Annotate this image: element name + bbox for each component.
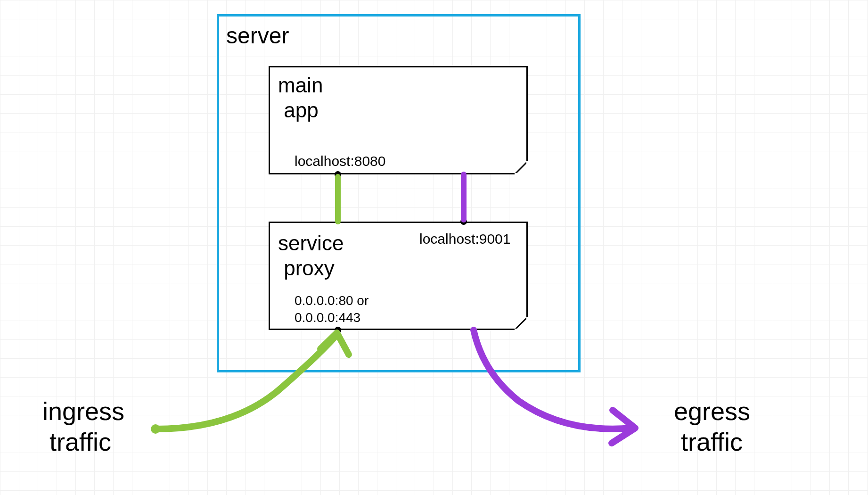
ingress-line1: ingress	[42, 397, 124, 425]
proxy-title-line2: proxy	[284, 256, 335, 280]
main-app-title-line1: main	[278, 74, 323, 97]
egress-label: egress traffic	[674, 396, 750, 457]
main-app-title-line2: app	[284, 99, 318, 122]
egress-line1: egress	[674, 397, 750, 425]
ingress-label: ingress traffic	[42, 396, 124, 457]
proxy-fold-icon	[515, 317, 529, 331]
egress-line2: traffic	[681, 428, 743, 456]
server-label: server	[226, 23, 289, 49]
proxy-inbound-port: localhost:9001	[419, 231, 510, 247]
proxy-title-line1: service	[278, 231, 344, 255]
proxy-port-line1: 0.0.0.0:80 or	[295, 293, 368, 308]
main-app-fold-icon	[515, 161, 529, 175]
proxy-port-line2: 0.0.0.0:443	[295, 310, 360, 325]
main-app-title: main app	[278, 73, 323, 123]
ingress-line2: traffic	[49, 428, 111, 456]
main-app-port: localhost:8080	[295, 153, 385, 169]
proxy-title: service proxy	[278, 231, 344, 281]
proxy-external-port: 0.0.0.0:80 or 0.0.0.0:443	[295, 292, 368, 327]
